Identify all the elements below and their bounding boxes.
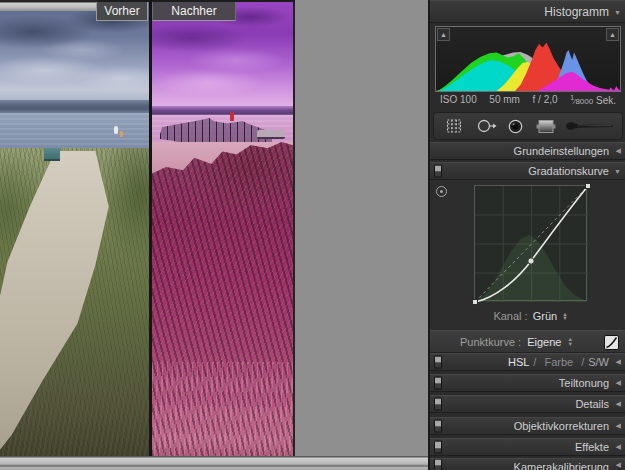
- chevron-left-icon[interactable]: ◀: [616, 443, 621, 451]
- graduated-filter-icon[interactable]: [536, 119, 556, 134]
- camera-calibration-title: Kamerakalibrierung: [514, 461, 609, 470]
- after-grass-streaks: [152, 362, 293, 456]
- after-image[interactable]: [152, 2, 295, 456]
- lens-corrections-title: Objektivkorrekturen: [514, 420, 609, 432]
- hsl-tab[interactable]: HSL: [508, 356, 529, 368]
- clipping-triangle-icon: ▲: [440, 31, 447, 38]
- histogram-title: Histogramm: [544, 5, 609, 19]
- hsl-separator: /: [529, 356, 540, 368]
- shadow-clipping-indicator[interactable]: ▲: [437, 28, 450, 41]
- clipping-triangle-icon: ▲: [609, 31, 616, 38]
- channel-value[interactable]: Grün: [533, 310, 557, 322]
- tool-strip: [433, 112, 623, 140]
- before-shed: [44, 148, 60, 161]
- viewport-bottom-edge: [0, 456, 428, 470]
- panel-header-hsl[interactable]: HSL / Farbe / S/W ◀: [430, 353, 625, 371]
- edit-point-curve-button[interactable]: [604, 335, 619, 350]
- shutter-value: 1⁄8000 Sek.: [570, 94, 616, 108]
- panel-toggle-switch-icon[interactable]: [434, 165, 442, 178]
- chevron-left-icon[interactable]: ◀: [616, 379, 621, 387]
- basic-title: Grundeinstellungen: [514, 145, 609, 157]
- before-image[interactable]: [0, 2, 149, 456]
- sw-tab[interactable]: S/W: [588, 356, 609, 368]
- histogram-chart: [436, 29, 620, 91]
- aperture-value: f / 2,0: [533, 94, 558, 108]
- stepper-down-icon[interactable]: ▼: [567, 342, 572, 347]
- stepper-down-icon[interactable]: ▼: [562, 316, 567, 321]
- spot-removal-icon[interactable]: [476, 118, 497, 134]
- panel-toggle-switch-icon[interactable]: [434, 356, 442, 369]
- before-water: [0, 113, 149, 150]
- tone-curve-graph[interactable]: [474, 185, 587, 301]
- iso-value: ISO 100: [440, 94, 477, 108]
- point-curve-stepper[interactable]: ▲ ▼: [567, 337, 572, 346]
- tone-curve-section: Kanal : Grün ▲ ▼: [430, 180, 625, 330]
- panel-header-camera-calibration[interactable]: Kamerakalibrierung ◀: [430, 458, 625, 470]
- exif-info-row: ISO 100 50 mm f / 2,0 1⁄8000 Sek.: [435, 94, 621, 108]
- panel-header-histogram[interactable]: Histogramm ▼: [430, 0, 625, 23]
- panel-toggle-switch-icon[interactable]: [434, 441, 442, 454]
- panel-header-lens-corrections[interactable]: Objektivkorrekturen ◀: [430, 417, 625, 435]
- chevron-down-icon[interactable]: ▼: [614, 168, 621, 175]
- highlight-clipping-indicator[interactable]: ▲: [606, 28, 619, 41]
- chevron-left-icon[interactable]: ◀: [616, 358, 621, 366]
- tone-curve-title: Gradationskurve: [528, 165, 609, 177]
- panel-header-effects[interactable]: Effekte ◀: [430, 438, 625, 456]
- adjustment-brush-icon[interactable]: [564, 119, 616, 133]
- viewport-top-edge: [0, 0, 97, 11]
- hsl-separator: /: [577, 356, 588, 368]
- develop-right-panel: Histogramm ▼ ▲ ▲ ISO 100 50 mm f / 2,0 1…: [428, 0, 625, 470]
- chevron-left-icon[interactable]: ◀: [616, 422, 621, 430]
- before-marker-post: [120, 131, 123, 137]
- panel-toggle-switch-icon[interactable]: [434, 377, 442, 390]
- after-buoy: [230, 112, 234, 121]
- after-label: Nachher: [152, 2, 236, 21]
- red-eye-icon[interactable]: [507, 118, 524, 135]
- targeted-adjustment-icon[interactable]: [436, 186, 447, 197]
- panel-header-details[interactable]: Details ◀: [430, 395, 625, 413]
- chevron-left-icon[interactable]: ◀: [616, 147, 621, 155]
- panel-toggle-switch-icon[interactable]: [434, 458, 442, 470]
- lightroom-develop-window: Vorher Nachher Histogramm ▼ ▲ ▲ ISO 100 …: [0, 0, 625, 470]
- crop-overlay-icon[interactable]: [446, 118, 462, 134]
- point-curve-row: Punktkurve : Eigene ▲ ▼: [430, 330, 625, 353]
- details-title: Details: [575, 398, 609, 410]
- panel-header-tone-curve[interactable]: Gradationskurve ▼: [430, 162, 625, 180]
- after-boat: [257, 130, 285, 139]
- chevron-left-icon[interactable]: ◀: [616, 461, 621, 469]
- chevron-down-icon[interactable]: ▼: [614, 8, 621, 15]
- point-curve-value[interactable]: Eigene: [527, 336, 561, 348]
- before-label: Vorher: [96, 2, 148, 21]
- histogram-display[interactable]: ▲ ▲: [435, 26, 621, 92]
- channel-label: Kanal :: [493, 310, 527, 322]
- before-buoy: [114, 126, 118, 134]
- channel-stepper[interactable]: ▲ ▼: [562, 312, 567, 321]
- panel-header-split-toning[interactable]: Teiltonung ◀: [430, 374, 625, 392]
- panel-toggle-switch-icon[interactable]: [434, 398, 442, 411]
- effects-title: Effekte: [575, 441, 609, 453]
- panel-header-basic[interactable]: Grundeinstellungen ◀: [430, 142, 625, 160]
- chevron-left-icon[interactable]: ◀: [616, 400, 621, 408]
- image-canvas: Vorher Nachher: [0, 0, 428, 470]
- panel-toggle-switch-icon[interactable]: [434, 420, 442, 433]
- focal-length-value: 50 mm: [489, 94, 520, 108]
- split-toning-title: Teiltonung: [559, 377, 609, 389]
- after-label-text: Nachher: [171, 4, 216, 18]
- channel-selector-row: Kanal : Grün ▲ ▼: [474, 308, 587, 324]
- before-label-text: Vorher: [104, 4, 139, 18]
- farbe-tab[interactable]: Farbe: [540, 356, 577, 368]
- point-curve-label: Punktkurve :: [460, 336, 521, 348]
